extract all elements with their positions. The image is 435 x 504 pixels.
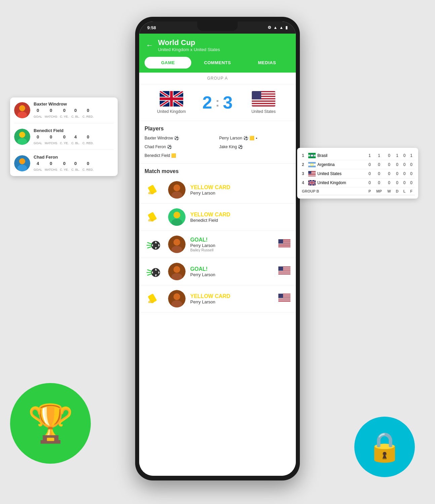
move-row: YELLOW CARD Benedict Field [139,204,296,231]
player-info: Baxter Windrow 0GOAL 0MATCHS 0C. YE. 0C.… [34,101,114,119]
player-row: Baxter Windrow 0GOAL 0MATCHS 0C. YE. 0C.… [14,101,114,123]
standings-row: 3 United States 0 0 [301,169,415,178]
move-info: GOAL! Perry Larson [190,266,274,277]
home-team-name: United Kingdom [157,109,186,114]
standings-header: GROUP B P MP W D L F [301,187,415,195]
svg-point-67 [173,212,180,218]
move-icon-wrap [145,236,163,253]
goal-icon [146,263,162,280]
move-icon-wrap [145,209,163,225]
move-flag [278,293,290,304]
lock-circle: 🔒 [354,417,415,477]
svg-rect-26 [308,176,316,176]
svg-point-7 [19,158,25,164]
move-row: YELLOW CARD Perry Larson [139,176,296,204]
app-subtitle: United Kingdom x United States [158,47,289,52]
svg-rect-55 [252,100,275,102]
svg-rect-126 [278,294,283,298]
player-stats-row: 4GOAL 0MATCHS 0C. YE. 0C. BL. 0C. RED. [34,161,114,172]
player-row: Chad Feron 4GOAL 0MATCHS 0C. YE. 0C. BL.… [14,155,114,172]
score-section: United Kingdom 2 : 3 [139,84,296,121]
svg-rect-56 [252,102,275,103]
svg-rect-54 [252,99,275,101]
move-player-name: Benedict Field [190,218,290,223]
move-info: YELLOW CARD Perry Larson [190,293,274,304]
svg-rect-123 [278,298,290,299]
player-game-row: Benedict Field 🟨 [139,151,296,160]
svg-rect-124 [278,299,290,300]
svg-rect-125 [278,300,290,301]
phone-screen: 9:58 ⚙ ▲ ▲ ▮ ← World Cup United Kingdom … [139,22,296,476]
move-player-name: Perry Larson [190,299,274,304]
yellow-card-icon [146,291,162,306]
move-player-name: Perry Larson [190,272,274,277]
svg-rect-45 [160,97,183,100]
signal-icon: ▲ [279,25,283,30]
svg-point-79 [173,239,180,246]
svg-rect-112 [278,272,290,273]
time-display: 9:58 [147,25,156,30]
player-name: Baxter Windrow [34,101,114,107]
match-moves-section: Match moves [139,164,296,312]
svg-point-118 [171,300,182,307]
svg-point-64 [171,192,182,199]
player-game-row: Baxter Windrow ⚽ Perry Larson ⚽ 🟨 ▪ [139,134,296,142]
svg-point-1 [19,105,25,111]
avatar [168,290,186,307]
tab-game[interactable]: GAME [145,57,191,69]
move-info: YELLOW CARD Benedict Field [190,212,290,223]
move-assist: Bailey Russell [190,248,274,252]
back-button[interactable]: ← [146,41,153,50]
move-info: GOAL! Perry Larson Bailey Russell [190,237,274,252]
move-type: GOAL! [190,266,274,272]
players-section: Players Baxter Windrow ⚽ Perry Larson ⚽ … [139,121,296,164]
svg-point-63 [173,184,180,191]
svg-rect-111 [278,271,290,271]
svg-point-106 [171,273,182,280]
move-type: YELLOW CARD [190,184,290,191]
avatar [168,236,186,253]
player-name-text: Benedict Field 🟨 [145,153,176,158]
standings-row: 4 United Kingdom 0 0 [301,178,415,187]
player-name: Chad Feron [34,155,114,160]
trophy-icon: 🏆 [28,402,74,445]
yellow-card-icon [146,209,162,225]
svg-line-103 [148,274,152,275]
away-score: 3 [223,92,233,113]
svg-rect-92 [278,246,290,246]
standings-row: 1 Brasil 1 1 0 1 0 1 [301,151,415,160]
tab-comments[interactable]: COMMENTS [194,57,241,69]
home-team: United Kingdom [147,91,196,114]
away-player [219,153,290,158]
wifi-icon: ▲ [273,25,277,30]
svg-rect-114 [278,266,283,271]
svg-rect-113 [278,273,290,274]
move-player-name: Perry Larson [190,191,290,196]
player-info: Chad Feron 4GOAL 0MATCHS 0C. YE. 0C. BL.… [34,155,114,172]
move-type: GOAL! [190,237,274,243]
trophy-circle: 🏆 [10,383,91,464]
tab-medias[interactable]: MEDIAS [244,57,290,69]
move-player-name: Perry Larson [190,243,274,248]
app-title: World Cup [158,38,289,47]
svg-point-68 [171,219,182,226]
player-name: Benedict Field [34,128,114,133]
move-icon-wrap [145,263,163,280]
score-separator: : [215,95,220,110]
svg-rect-27 [308,171,311,174]
svg-rect-94 [278,247,290,247]
away-team: United States [239,91,288,114]
phone-notch [197,22,238,31]
player-stats-card: Baxter Windrow 0GOAL 0MATCHS 0C. YE. 0C.… [10,97,118,176]
move-row: YELLOW CARD Perry Larson [139,285,296,312]
avatar [168,263,186,280]
score-display: 2 : 3 [202,92,233,113]
avatar [168,208,186,226]
yellow-card-icon [146,182,162,198]
player-name-text: Perry Larson ⚽ 🟨 ▪ [219,136,257,140]
app-header: ← World Cup United Kingdom x United Stat… [139,34,296,57]
player-stats-row: 0GOAL 0MATCHS 0C. YE. 4C. BL. 0C. RED. [34,134,114,145]
svg-rect-60 [252,91,261,99]
home-player: Baxter Windrow ⚽ [145,136,216,140]
move-type: YELLOW CARD [190,293,274,299]
